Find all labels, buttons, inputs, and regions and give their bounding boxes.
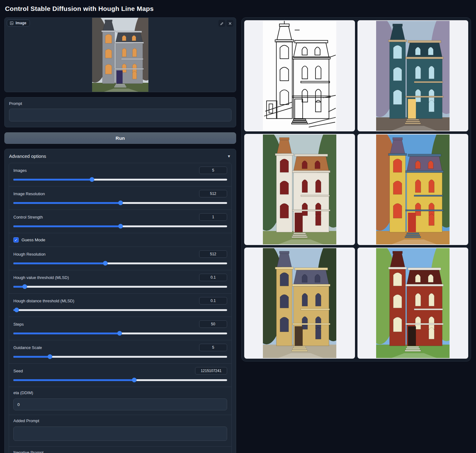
page-title: Control Stable Diffusion with Hough Line… bbox=[5, 5, 472, 12]
negative-prompt-label: Negative Prompt bbox=[13, 450, 227, 453]
app-root: Control Stable Diffusion with Hough Line… bbox=[0, 0, 476, 453]
image-icon bbox=[10, 21, 14, 25]
guidance-scale-label: Guidance Scale bbox=[13, 345, 42, 350]
seed-row: Seed bbox=[9, 364, 231, 387]
gallery-item-generated-house-gold[interactable] bbox=[244, 248, 355, 359]
slider-fill bbox=[13, 202, 120, 204]
hough-distance-threshold-mlsd-slider[interactable] bbox=[13, 308, 227, 312]
eta-ddim-label: eta (DDIM) bbox=[13, 390, 227, 395]
slider-fill bbox=[13, 379, 134, 381]
image-actions bbox=[218, 20, 233, 27]
image-input-panel: Image bbox=[4, 17, 236, 92]
run-button[interactable]: Run bbox=[4, 132, 236, 144]
edit-image-button[interactable] bbox=[218, 20, 225, 27]
advanced-options-panel: Advanced options ▼ ImagesImage Resolutio… bbox=[4, 149, 236, 453]
main-columns: Image Prompt Run Adva bbox=[4, 17, 472, 453]
hough-resolution-label: Hough Resolution bbox=[13, 252, 45, 257]
seed-label: Seed bbox=[13, 369, 23, 373]
steps-slider[interactable] bbox=[13, 331, 227, 336]
gallery-item-generated-house-teal[interactable] bbox=[357, 20, 468, 131]
control-strength-row: Control Strength bbox=[9, 210, 231, 233]
hough-resolution-value-input[interactable] bbox=[199, 250, 227, 258]
seed-value-input[interactable] bbox=[195, 367, 227, 375]
image-label-badge: Image bbox=[7, 20, 30, 26]
slider-handle[interactable] bbox=[117, 331, 122, 336]
input-image[interactable] bbox=[92, 18, 148, 92]
gallery-item-generated-house-white[interactable] bbox=[244, 134, 355, 245]
slider-fill bbox=[13, 333, 119, 334]
generated-house-teal-image bbox=[376, 21, 450, 131]
images-value-input[interactable] bbox=[199, 167, 227, 174]
slider-fill bbox=[13, 356, 50, 358]
hough-value-threshold-mlsd-row: Hough value threshold (MLSD) bbox=[9, 270, 231, 294]
gallery-item-hough-line-map[interactable] bbox=[244, 20, 355, 131]
hough-value-threshold-mlsd-value-input[interactable] bbox=[199, 274, 227, 281]
slider-handle[interactable] bbox=[90, 177, 94, 182]
output-gallery bbox=[241, 17, 471, 361]
slider-handle[interactable] bbox=[48, 354, 52, 359]
image-label: Image bbox=[16, 21, 26, 25]
generated-house-red-image bbox=[376, 248, 450, 358]
prompt-input[interactable] bbox=[9, 109, 231, 121]
slider-fill bbox=[13, 179, 92, 181]
seed-slider[interactable] bbox=[13, 378, 227, 382]
hough-distance-threshold-mlsd-row: Hough distance threshold (MLSD) bbox=[9, 294, 231, 317]
advanced-options-header[interactable]: Advanced options ▼ bbox=[5, 149, 236, 163]
advanced-options-title: Advanced options bbox=[9, 153, 46, 159]
generated-house-yellow-image bbox=[376, 134, 450, 244]
guess-mode-label: Guess Mode bbox=[21, 238, 45, 242]
gallery-item-generated-house-yellow[interactable] bbox=[357, 134, 468, 245]
images-label: Images bbox=[13, 168, 27, 173]
prompt-panel: Prompt bbox=[4, 97, 236, 127]
chevron-down-icon: ▼ bbox=[227, 154, 231, 158]
advanced-options-form: ImagesImage ResolutionControl Strength✓G… bbox=[9, 163, 232, 453]
hough-line-map-image bbox=[263, 21, 336, 131]
slider-fill bbox=[13, 262, 105, 264]
steps-label: Steps bbox=[13, 322, 24, 327]
added-prompt-label: Added Prompt bbox=[13, 418, 227, 423]
hough-resolution-slider[interactable] bbox=[13, 261, 227, 266]
image-resolution-label: Image Resolution bbox=[13, 191, 45, 196]
image-resolution-row: Image Resolution bbox=[9, 186, 231, 210]
guidance-scale-row: Guidance Scale bbox=[9, 340, 231, 364]
controls-column: Image Prompt Run Adva bbox=[4, 17, 236, 453]
images-row: Images bbox=[9, 163, 231, 186]
guidance-scale-value-input[interactable] bbox=[199, 344, 227, 351]
slider-handle[interactable] bbox=[118, 224, 123, 229]
guidance-scale-slider[interactable] bbox=[13, 354, 227, 359]
eta-ddim-row: eta (DDIM) bbox=[9, 387, 231, 415]
prompt-label: Prompt bbox=[9, 101, 231, 106]
images-slider[interactable] bbox=[13, 177, 227, 182]
eta-ddim-input[interactable] bbox=[13, 399, 227, 410]
hough-value-threshold-mlsd-slider[interactable] bbox=[13, 284, 227, 289]
control-strength-value-input[interactable] bbox=[199, 213, 227, 221]
gallery-item-generated-house-red[interactable] bbox=[357, 248, 468, 359]
generated-house-white-image bbox=[263, 134, 336, 244]
added-prompt-input[interactable] bbox=[13, 427, 227, 441]
generated-house-gold-image bbox=[263, 248, 336, 358]
negative-prompt-row: Negative Prompt bbox=[9, 447, 231, 453]
guess-mode-checkbox[interactable]: ✓ bbox=[13, 237, 19, 243]
slider-handle[interactable] bbox=[132, 378, 137, 382]
clear-image-button[interactable] bbox=[226, 20, 233, 27]
hough-value-threshold-mlsd-label: Hough value threshold (MLSD) bbox=[13, 275, 69, 280]
slider-fill bbox=[13, 225, 120, 227]
slider-track[interactable] bbox=[13, 286, 227, 288]
steps-value-input[interactable] bbox=[199, 320, 227, 328]
guess-mode-row: ✓Guess Mode bbox=[9, 233, 231, 247]
image-resolution-slider[interactable] bbox=[13, 201, 227, 205]
slider-handle[interactable] bbox=[103, 261, 108, 266]
hough-resolution-row: Hough Resolution bbox=[9, 247, 231, 270]
slider-handle[interactable] bbox=[14, 308, 19, 312]
slider-track[interactable] bbox=[13, 309, 227, 311]
control-strength-slider[interactable] bbox=[13, 224, 227, 229]
slider-handle[interactable] bbox=[22, 284, 27, 289]
hough-distance-threshold-mlsd-label: Hough distance threshold (MLSD) bbox=[13, 299, 74, 303]
slider-handle[interactable] bbox=[118, 201, 123, 205]
hough-distance-threshold-mlsd-value-input[interactable] bbox=[199, 297, 227, 304]
control-strength-label: Control Strength bbox=[13, 215, 43, 219]
added-prompt-row: Added Prompt bbox=[9, 415, 231, 447]
steps-row: Steps bbox=[9, 317, 231, 340]
image-resolution-value-input[interactable] bbox=[199, 190, 227, 197]
